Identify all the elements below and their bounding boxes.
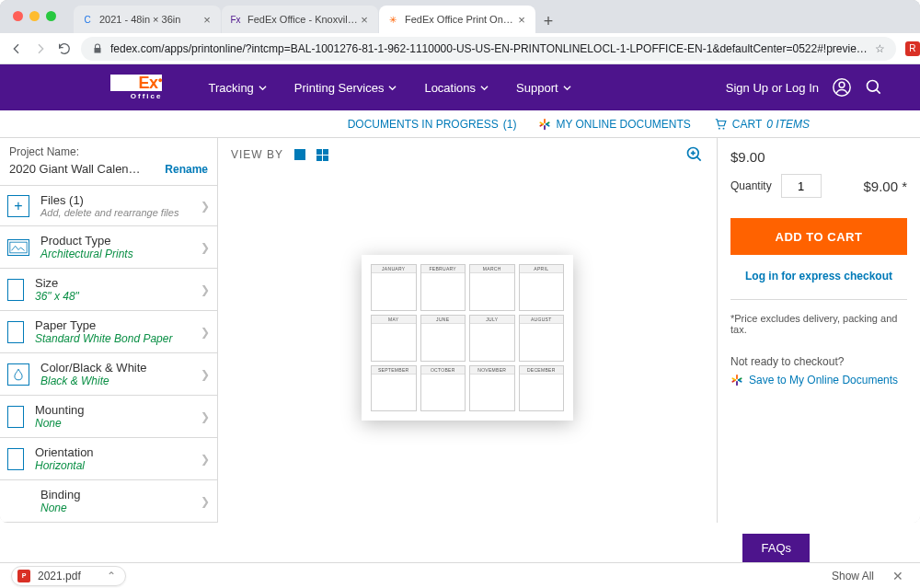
- mac-window-controls[interactable]: [13, 11, 56, 21]
- label: Support: [516, 81, 558, 95]
- favicon-icon: ✳: [386, 13, 399, 26]
- chevron-right-icon: ❯: [201, 326, 210, 339]
- month-label: OCTOBER: [421, 366, 466, 375]
- project-name-value: 2020 Giant Wall Calen…: [9, 162, 141, 176]
- option-title: Product Type: [40, 234, 190, 248]
- spark-icon: [730, 374, 743, 386]
- tab-title: FedEx Office - Knoxville Tenne…: [247, 14, 358, 25]
- document-preview[interactable]: JANUARYFEBRUARYMARCHAPRILMAYJUNEJULYAUGU…: [362, 255, 573, 421]
- close-tab-icon[interactable]: ×: [515, 13, 528, 26]
- label: Printing Services: [294, 81, 385, 95]
- browser-tab[interactable]: FxFedEx Office - Knoxville Tenne…×: [222, 6, 378, 33]
- chevron-down-icon: [388, 84, 397, 92]
- calendar-month: JUNE: [420, 315, 466, 362]
- extensions: R 99 ◧ ◆ ✦: [905, 41, 920, 56]
- chevron-down-icon: [259, 84, 267, 92]
- option-title: Files (1): [40, 193, 190, 207]
- menu-item[interactable]: Locations: [424, 81, 489, 95]
- svg-point-1: [839, 82, 845, 87]
- options-panel: Project Name: 2020 Giant Wall Calen… Ren…: [0, 138, 217, 523]
- option-row[interactable]: Size36" x 48"❯: [0, 268, 217, 310]
- option-row[interactable]: MountingNone❯: [0, 395, 217, 437]
- calendar-month: FEBRUARY: [420, 264, 466, 311]
- browser-tab[interactable]: ✳FedEx Office Print Online×: [379, 6, 535, 33]
- project-name-block: Project Name: 2020 Giant Wall Calen… Ren…: [0, 138, 217, 185]
- option-value: Horizontal: [35, 459, 190, 472]
- tab-title: 2021 - 48in × 36in: [99, 14, 201, 25]
- new-tab-button[interactable]: +: [536, 9, 560, 33]
- forward-icon: [33, 41, 48, 56]
- menu-item[interactable]: Tracking: [208, 81, 266, 95]
- svg-point-3: [719, 127, 720, 129]
- unit-price: $9.00: [730, 149, 907, 165]
- favicon-icon: C: [81, 13, 94, 26]
- option-row[interactable]: OrientationHorizontal❯: [0, 437, 217, 479]
- option-row[interactable]: Product TypeArchitectural Prints❯: [0, 225, 217, 268]
- page-portrait-icon: [7, 279, 24, 301]
- site-header: FedEx● Office TrackingPrinting ServicesL…: [0, 64, 920, 110]
- option-title: Color/Black & White: [40, 361, 190, 375]
- zoom-in-icon[interactable]: [685, 145, 704, 164]
- view-grid-icon[interactable]: [316, 149, 328, 161]
- back-icon[interactable]: [9, 41, 24, 56]
- rename-button[interactable]: Rename: [165, 163, 208, 176]
- option-row[interactable]: +Files (1)Add, delete and rearrange file…: [0, 185, 217, 225]
- reload-icon[interactable]: [57, 41, 72, 56]
- calendar-month: AUGUST: [519, 315, 565, 362]
- mac-max-dot[interactable]: [46, 11, 56, 21]
- browser-toolbar: fedex.com/apps/printonline/?intcmp=BAL-1…: [0, 33, 920, 64]
- calendar-month: APRIL: [519, 264, 565, 311]
- browser-tab[interactable]: C2021 - 48in × 36in×: [74, 6, 221, 33]
- calendar-month: OCTOBER: [420, 365, 466, 412]
- signin-link[interactable]: Sign Up or Log In: [726, 81, 819, 95]
- add-to-cart-button[interactable]: ADD TO CART: [730, 218, 907, 255]
- quantity-input[interactable]: [781, 174, 822, 198]
- logo-dot-icon: ●: [158, 76, 163, 85]
- star-icon[interactable]: ☆: [875, 42, 885, 55]
- close-tab-icon[interactable]: ×: [201, 13, 213, 26]
- search-icon[interactable]: [865, 78, 883, 97]
- my-online-documents-link[interactable]: MY ONLINE DOCUMENTS: [538, 118, 690, 131]
- favicon-icon: Fx: [229, 13, 242, 26]
- chevron-right-icon: ❯: [201, 453, 210, 466]
- close-tab-icon[interactable]: ×: [358, 13, 371, 26]
- option-value: 36" x 48": [35, 290, 190, 303]
- calendar-month: MAY: [371, 315, 417, 362]
- calendar-grid: JANUARYFEBRUARYMARCHAPRILMAYJUNEJULYAUGU…: [371, 264, 564, 411]
- address-bar[interactable]: fedex.com/apps/printonline/?intcmp=BAL-1…: [81, 37, 896, 61]
- option-row[interactable]: Paper TypeStandard White Bond Paper❯: [0, 310, 217, 352]
- menu-item[interactable]: Support: [516, 81, 571, 95]
- account-area: Sign Up or Log In: [726, 77, 883, 98]
- month-label: JUNE: [421, 316, 466, 324]
- mac-min-dot[interactable]: [29, 11, 40, 21]
- chevron-right-icon: ❯: [201, 200, 210, 213]
- label: Tracking: [208, 81, 253, 95]
- chevron-right-icon: ❯: [201, 410, 210, 423]
- project-name-label: Project Name:: [9, 145, 208, 158]
- option-value: Black & White: [40, 375, 190, 387]
- cart-link[interactable]: CART 0 ITEMS: [713, 118, 810, 131]
- option-row[interactable]: Color/Black & WhiteBlack & White❯: [0, 352, 217, 395]
- total-price: $9.00 *: [863, 179, 907, 194]
- mac-close-dot[interactable]: [13, 11, 23, 21]
- logo-subtext: Office: [110, 93, 162, 100]
- ink-drop-icon: [7, 363, 29, 386]
- view-single-icon[interactable]: [294, 149, 305, 160]
- option-title: Size: [35, 276, 190, 290]
- docs-in-progress-link[interactable]: DOCUMENTS IN PROGRESS (1): [348, 118, 517, 131]
- svg-point-2: [868, 81, 879, 92]
- save-to-documents-link[interactable]: Save to My Online Documents: [730, 374, 907, 386]
- option-row[interactable]: BindingNone❯: [0, 479, 217, 523]
- month-label: FEBRUARY: [421, 265, 466, 273]
- user-icon[interactable]: [832, 77, 852, 98]
- express-checkout-link[interactable]: Log in for express checkout: [730, 270, 907, 282]
- spark-icon: [538, 118, 551, 131]
- option-title: Mounting: [35, 403, 190, 417]
- viewby-label: VIEW BY: [231, 148, 283, 161]
- fedex-logo[interactable]: FedEx● Office: [110, 75, 162, 100]
- not-ready-label: Not ready to checkout?: [730, 355, 907, 368]
- url-text: fedex.com/apps/printonline/?intcmp=BAL-1…: [110, 42, 868, 55]
- option-title: Paper Type: [35, 318, 190, 332]
- menu-item[interactable]: Printing Services: [294, 81, 397, 95]
- ext-icon[interactable]: R: [905, 41, 920, 56]
